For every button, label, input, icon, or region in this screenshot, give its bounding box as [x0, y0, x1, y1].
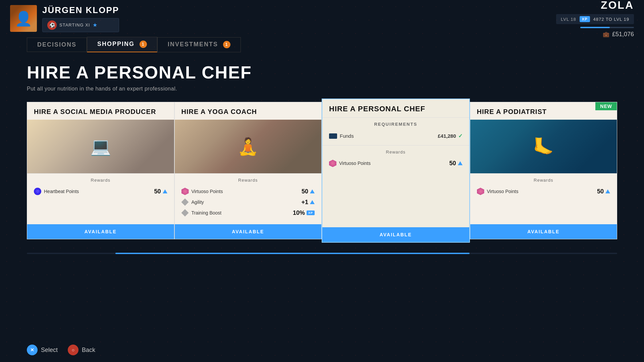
- xp-amount: 4872 TO LVL 19: [593, 17, 629, 22]
- requirements-title: REQUIREMENTS: [329, 122, 463, 127]
- shopping-badge: 1: [140, 41, 147, 48]
- player-info: ZOLA LVL 18 XP 4872 TO LVL 19 💼 £51,076: [556, 0, 634, 38]
- card-title-chef: HIRE A PERSONAL CHEF: [322, 99, 469, 117]
- nav-tabs: DECISIONS SHOPPING 1 INVESTMENTS 1: [0, 37, 644, 52]
- reward-row-podiatrist: Virtuoso Points 50: [477, 186, 610, 197]
- scroll-bar-fill: [115, 253, 470, 254]
- reward-label: Heartbeat Points: [44, 189, 79, 194]
- rewards-section-yoga: Rewards Virtuoso Points 50 Agility +1: [175, 173, 322, 224]
- xp-small-badge: XP: [307, 210, 315, 215]
- page-title-area: HIRE A PERSONAL CHEF Put all your nutrit…: [0, 62, 644, 92]
- tab-decisions[interactable]: DECISIONS: [27, 38, 87, 52]
- reward-row: ♡ Heartbeat Points 50: [34, 186, 167, 197]
- reward-value-virtuoso: 50: [302, 188, 315, 195]
- card-title-podiatrist: HIRE A PODIATRIST: [470, 102, 617, 120]
- xp-progress-bar: [580, 27, 634, 28]
- reward-left-training: Training Boost: [181, 209, 222, 217]
- reward-value-training: 10% XP: [293, 209, 315, 217]
- xp-bar-fill: [580, 27, 610, 28]
- back-control[interactable]: ○ Back: [68, 345, 95, 355]
- manager-name-badge: JÜRGEN KLOPP ⚽ STARTING XI ★: [42, 5, 119, 32]
- rewards-section-chef: Rewards Virtuoso Points 50: [322, 145, 469, 190]
- arrow-up-chef: [458, 161, 463, 165]
- card-podiatrist[interactable]: NEW HIRE A PODIATRIST Rewards Virtuoso P…: [470, 102, 618, 239]
- reward-value-agility: +1: [301, 199, 315, 206]
- req-left-funds: Funds: [329, 133, 354, 139]
- rewards-section-social: Rewards ♡ Heartbeat Points 50: [27, 173, 174, 224]
- rewards-title-chef: Rewards: [329, 149, 463, 155]
- card-image-social: [27, 120, 174, 173]
- xp-bar-container: LVL 18 XP 4872 TO LVL 19: [556, 14, 634, 24]
- arrow-up-icon: [163, 189, 167, 193]
- available-button-chef[interactable]: AVAILABLE: [322, 227, 469, 242]
- virtuoso-icon-podiatrist: [477, 188, 484, 195]
- circle-button[interactable]: ○: [68, 345, 78, 355]
- reward-label-podiatrist: Virtuoso Points: [487, 189, 519, 194]
- card-title-yoga: HIRE A YOGA COACH: [175, 102, 322, 120]
- lvl-text: LVL 18: [561, 17, 576, 22]
- reward-label-chef: Virtuoso Points: [339, 161, 371, 166]
- virtuoso-icon-chef: [329, 160, 336, 167]
- req-icon-wallet: [329, 133, 337, 139]
- reward-row-training: Training Boost 10% XP: [181, 207, 315, 218]
- page-title: HIRE A PERSONAL CHEF: [27, 62, 617, 82]
- star-icon: ★: [93, 22, 97, 28]
- page-subtitle: Put all your nutrition in the hands of a…: [27, 86, 617, 92]
- virtuoso-icon: [181, 188, 189, 195]
- rewards-title-yoga: Rewards: [181, 178, 315, 183]
- reward-value-chef: 50: [449, 160, 462, 167]
- reward-row-chef-virtuoso: Virtuoso Points 50: [329, 158, 463, 169]
- reward-row-virtuoso: Virtuoso Points 50: [181, 186, 315, 197]
- xp-badge: XP: [580, 16, 590, 22]
- reward-label-training: Training Boost: [192, 210, 222, 216]
- reward-left-chef: Virtuoso Points: [329, 160, 371, 167]
- requirements-section: REQUIREMENTS Funds £41,280 ✓: [322, 117, 469, 145]
- rewards-section-podiatrist: Rewards Virtuoso Points 50: [470, 173, 617, 224]
- manager-avatar-image: [10, 5, 37, 32]
- card-personal-chef[interactable]: HIRE A PERSONAL CHEF REQUIREMENTS Funds …: [322, 99, 470, 243]
- manager-info: JÜRGEN KLOPP ⚽ STARTING XI ★: [10, 5, 119, 32]
- card-yoga-coach[interactable]: HIRE A YOGA COACH Rewards Virtuoso Point…: [174, 102, 322, 239]
- funds-display: 💼 £51,076: [603, 31, 634, 38]
- card-social-media[interactable]: HIRE A SOCIAL MEDIA PRODUCER Rewards ♡ H…: [27, 102, 174, 239]
- req-label-funds: Funds: [340, 133, 354, 139]
- select-control[interactable]: ✕ Select: [27, 345, 58, 355]
- heartbeat-icon: ♡: [34, 188, 41, 195]
- arrow-up-podiatrist: [605, 189, 610, 193]
- requirement-row-funds: Funds £41,280 ✓: [329, 131, 463, 141]
- back-label: Back: [82, 347, 95, 354]
- rewards-title-social: Rewards: [34, 178, 167, 183]
- reward-left-podiatrist: Virtuoso Points: [477, 188, 519, 195]
- cross-button[interactable]: ✕: [27, 345, 38, 355]
- tab-shopping[interactable]: SHOPPING 1: [87, 37, 157, 52]
- reward-label-agility: Agility: [192, 199, 204, 205]
- reward-left: ♡ Heartbeat Points: [34, 188, 79, 195]
- investments-badge: 1: [223, 41, 230, 48]
- arrow-up-icon: [310, 189, 315, 193]
- funds-amount: £51,076: [612, 31, 634, 38]
- manager-name: JÜRGEN KLOPP: [42, 5, 119, 15]
- training-icon: [181, 209, 189, 217]
- starting-xi-badge: ⚽ STARTING XI ★: [42, 18, 119, 32]
- card-image-yoga: [175, 120, 322, 173]
- player-name: ZOLA: [601, 0, 634, 11]
- reward-left-agility: Agility: [181, 198, 204, 206]
- scroll-bar: [27, 253, 617, 254]
- card-image-podiatrist: [470, 120, 617, 173]
- tab-investments[interactable]: INVESTMENTS 1: [157, 37, 241, 52]
- new-badge: NEW: [595, 102, 617, 110]
- agility-icon: [181, 198, 189, 206]
- liverpool-badge: ⚽: [47, 20, 57, 30]
- reward-left-virtuoso: Virtuoso Points: [181, 188, 223, 195]
- reward-label-virtuoso: Virtuoso Points: [192, 189, 223, 194]
- arrow-up-icon-2: [310, 200, 315, 204]
- manager-avatar: [10, 5, 37, 32]
- starting-xi-label: STARTING XI: [59, 22, 90, 27]
- rewards-title-podiatrist: Rewards: [477, 178, 610, 183]
- available-button-yoga[interactable]: AVAILABLE: [175, 224, 322, 239]
- wallet-icon: 💼: [603, 31, 609, 38]
- available-button-social[interactable]: AVAILABLE: [27, 224, 174, 239]
- available-button-podiatrist[interactable]: AVAILABLE: [470, 224, 617, 239]
- cards-container: HIRE A SOCIAL MEDIA PRODUCER Rewards ♡ H…: [0, 102, 644, 249]
- check-icon: ✓: [458, 133, 463, 139]
